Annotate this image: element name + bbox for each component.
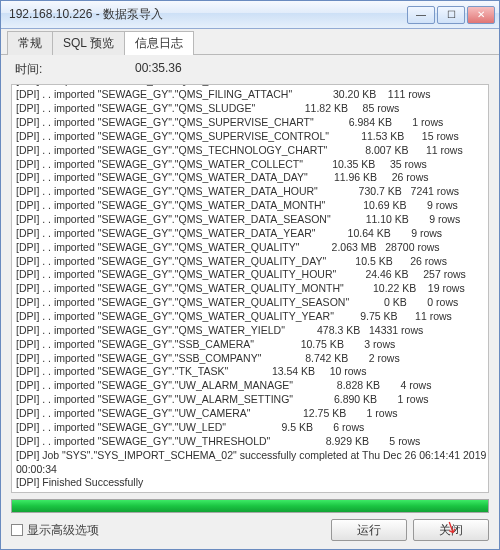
- log-line: [DPI] . . imported "SEWAGE_GY"."QMS_WATE…: [16, 158, 484, 172]
- close-button[interactable]: 关闭: [413, 519, 489, 541]
- log-output[interactable]: [DPI] . . imported "SEWAGE_GY"."QMS_COST…: [11, 84, 489, 493]
- log-line: [DPI] . . imported "SEWAGE_GY"."QMS_WATE…: [16, 255, 484, 269]
- log-line: [DPI] . . imported "SEWAGE_GY"."QMS_WATE…: [16, 241, 484, 255]
- elapsed-value: 00:35.36: [135, 61, 182, 78]
- log-line: [DPI] . . imported "SEWAGE_GY"."QMS_WATE…: [16, 185, 484, 199]
- minimize-button[interactable]: —: [407, 6, 435, 24]
- titlebar: 192.168.10.226 - 数据泵导入 — ☐ ✕: [1, 1, 499, 29]
- log-line: [DPI] . . imported "SEWAGE_GY"."QMS_WATE…: [16, 171, 484, 185]
- log-line: [DPI] . . imported "SEWAGE_GY"."QMS_TECH…: [16, 144, 484, 158]
- log-line: [DPI] . . imported "SEWAGE_GY"."QMS_WATE…: [16, 268, 484, 282]
- progress-bar-fill: [12, 500, 488, 512]
- advanced-options-toggle[interactable]: 显示高级选项: [11, 522, 325, 539]
- log-line: [DPI] . . imported "SEWAGE_GY"."QMS_SUPE…: [16, 130, 484, 144]
- elapsed-label: 时间:: [15, 61, 135, 78]
- tab-general[interactable]: 常规: [7, 31, 53, 55]
- window: 192.168.10.226 - 数据泵导入 — ☐ ✕ 常规 SQL 预览 信…: [0, 0, 500, 550]
- log-line: [DPI] . . imported "SEWAGE_GY"."TK_TASK"…: [16, 365, 484, 379]
- run-button[interactable]: 运行: [331, 519, 407, 541]
- log-line: [DPI] . . imported "SEWAGE_GY"."QMS_WATE…: [16, 310, 484, 324]
- elapsed-row: 时间: 00:35.36: [1, 55, 499, 80]
- tab-bar: 常规 SQL 预览 信息日志: [1, 29, 499, 55]
- log-line: [DPI] . . imported "SEWAGE_GY"."UW_CAMER…: [16, 407, 484, 421]
- bottom-row: 显示高级选项 运行 关闭: [1, 513, 499, 549]
- log-line: [DPI] . . imported "SEWAGE_GY"."SSB_CAME…: [16, 338, 484, 352]
- log-line: [DPI] . . imported "SEWAGE_GY"."QMS_WATE…: [16, 227, 484, 241]
- log-line: [DPI] Job "SYS"."SYS_IMPORT_SCHEMA_02" s…: [16, 449, 484, 463]
- window-controls: — ☐ ✕: [407, 6, 495, 24]
- log-line: [DPI] . . imported "SEWAGE_GY"."QMS_WATE…: [16, 296, 484, 310]
- log-line: [DPI] . . imported "SEWAGE_GY"."SSB_COMP…: [16, 352, 484, 366]
- tab-sql-preview[interactable]: SQL 预览: [52, 31, 125, 55]
- close-window-button[interactable]: ✕: [467, 6, 495, 24]
- log-line: [DPI] . . imported "SEWAGE_GY"."UW_THRES…: [16, 435, 484, 449]
- log-line: [DPI] . . imported "SEWAGE_GY"."UW_ALARM…: [16, 393, 484, 407]
- log-line: 00:00:34: [16, 463, 484, 477]
- log-line: [DPI] . . imported "SEWAGE_GY"."QMS_SUPE…: [16, 116, 484, 130]
- window-title: 192.168.10.226 - 数据泵导入: [9, 6, 407, 23]
- advanced-checkbox[interactable]: [11, 524, 23, 536]
- tab-info-log[interactable]: 信息日志: [124, 31, 194, 55]
- log-line: [DPI] . . imported "SEWAGE_GY"."QMS_WATE…: [16, 213, 484, 227]
- log-line: [DPI] . . imported "SEWAGE_GY"."QMS_SLUD…: [16, 102, 484, 116]
- log-line: [DPI] . . imported "SEWAGE_GY"."UW_LED" …: [16, 421, 484, 435]
- log-line: [DPI] . . imported "SEWAGE_GY"."QMS_FILI…: [16, 88, 484, 102]
- log-line: [DPI] . . imported "SEWAGE_GY"."QMS_WATE…: [16, 324, 484, 338]
- log-line: [DPI] . . imported "SEWAGE_GY"."QMS_WATE…: [16, 199, 484, 213]
- log-line: [DPI] . . imported "SEWAGE_GY"."QMS_WATE…: [16, 282, 484, 296]
- log-line: [DPI] . . imported "SEWAGE_GY"."UW_ALARM…: [16, 379, 484, 393]
- log-line: [DPI] Finished Successfully: [16, 476, 484, 490]
- advanced-label-text: 显示高级选项: [27, 523, 99, 537]
- progress-bar-track: [11, 499, 489, 513]
- maximize-button[interactable]: ☐: [437, 6, 465, 24]
